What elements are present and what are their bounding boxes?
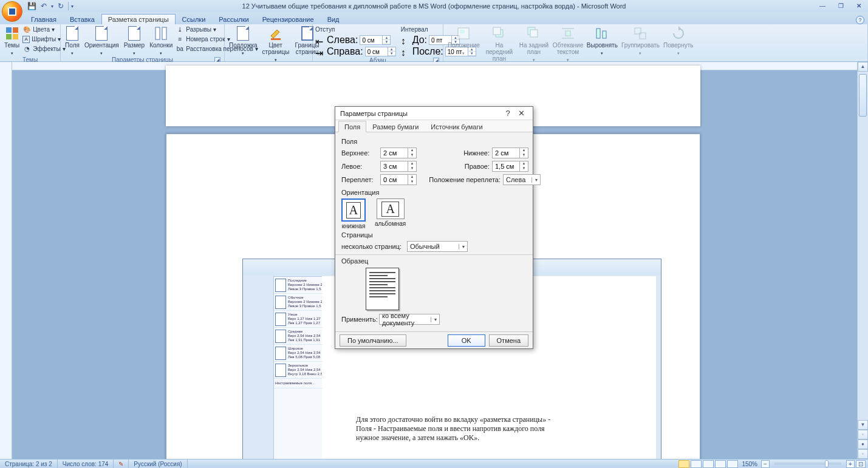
indent-left-input[interactable] xyxy=(360,36,382,44)
tab-references[interactable]: Ссылки xyxy=(176,14,213,24)
theme-colors[interactable]: 🎨Цвета▾ xyxy=(22,25,65,34)
close-button[interactable]: ✕ xyxy=(850,0,868,11)
multipage-label: несколько страниц: xyxy=(341,243,405,250)
minimize-button[interactable]: — xyxy=(813,0,832,11)
orientation-landscape[interactable]: A альбомная xyxy=(375,198,406,229)
page-color-button[interactable]: Цвет страницы▾ xyxy=(261,25,291,63)
dialog-close-button[interactable]: ✕ xyxy=(514,109,528,118)
gutter-pos-select[interactable]: Слева▾ xyxy=(503,174,541,185)
save-icon[interactable]: 💾 xyxy=(27,1,36,11)
orientation-button[interactable]: Ориентация▾ xyxy=(83,25,121,56)
dialog-tab-paper[interactable]: Размер бумаги xyxy=(366,121,425,132)
size-button[interactable]: Размер▾ xyxy=(122,25,146,56)
qat-customize[interactable]: ▾ xyxy=(71,4,73,9)
maximize-button[interactable]: ❐ xyxy=(832,0,850,11)
section-orientation-label: Ориентация xyxy=(341,189,527,196)
breaks-icon: ⤓ xyxy=(176,25,184,34)
tab-mailings[interactable]: Рассылки xyxy=(212,14,255,24)
rotate-icon xyxy=(671,26,686,41)
status-page[interactable]: Страница: 2 из 2 xyxy=(0,460,58,468)
borders-icon xyxy=(301,26,313,41)
top-margin-spinner[interactable]: ▲▼ xyxy=(380,148,417,158)
position-button[interactable]: Положение▾ xyxy=(446,25,482,56)
group-page-setup: Поля▾ Ориентация▾ Размер▾ Колонки▾ ⤓Разр… xyxy=(61,24,225,61)
multipage-select[interactable]: Обычный▾ xyxy=(407,241,468,252)
office-button[interactable] xyxy=(2,1,22,22)
status-proofing[interactable]: ✎ xyxy=(114,460,129,468)
apply-to-select[interactable]: ко всему документу▾ xyxy=(379,314,440,325)
theme-fonts[interactable]: AШрифты▾ xyxy=(22,35,65,44)
scroll-thumb[interactable] xyxy=(859,74,867,117)
svg-rect-0 xyxy=(6,27,12,33)
help-icon[interactable]: ? xyxy=(856,16,864,24)
tab-review[interactable]: Рецензирование xyxy=(256,14,321,24)
align-button[interactable]: Выровнять▾ xyxy=(585,25,620,56)
group-paragraph: Отступ ⇤Слева:▲▼ ⇥Справа:▲▼ Интервал ↕До… xyxy=(313,24,443,61)
scroll-down-button[interactable]: ▼ xyxy=(858,420,868,430)
view-full-screen[interactable] xyxy=(691,460,702,468)
right-margin-input[interactable] xyxy=(493,161,519,171)
view-web[interactable] xyxy=(703,460,714,468)
margins-icon xyxy=(66,26,78,41)
section-sample-label: Образец xyxy=(341,257,527,265)
zoom-fit-button[interactable]: ⊡ xyxy=(856,460,866,468)
dialog-tab-source[interactable]: Источник бумаги xyxy=(425,121,488,132)
zoom-in-button[interactable]: + xyxy=(846,460,855,468)
gutter-input[interactable] xyxy=(381,175,408,185)
zoom-slider[interactable] xyxy=(774,463,841,465)
cancel-button[interactable]: Отмена xyxy=(489,334,528,347)
send-back-button[interactable]: На задний план▾ xyxy=(517,25,551,63)
indent-right[interactable]: ⇥Справа:▲▼ xyxy=(315,46,396,57)
default-button[interactable]: По умолчанию... xyxy=(340,334,406,347)
text-wrap-button[interactable]: Обтекание текстом▾ xyxy=(551,25,585,63)
gutter-spinner[interactable]: ▲▼ xyxy=(380,174,417,185)
indent-title: Отступ xyxy=(315,25,396,34)
svg-rect-4 xyxy=(155,27,160,39)
dialog-help-button[interactable]: ? xyxy=(501,109,514,118)
browse-object-button[interactable]: ● xyxy=(858,439,868,449)
tab-view[interactable]: Вид xyxy=(321,14,346,24)
svg-rect-6 xyxy=(271,38,281,40)
watermark-button[interactable]: Подложка▾ xyxy=(227,25,259,56)
group-arrange: Положение▾ На передний план▾ На задний п… xyxy=(443,24,868,61)
zoom-level[interactable]: 150% xyxy=(742,461,757,467)
zoom-out-button[interactable]: − xyxy=(761,460,770,468)
tab-home[interactable]: Главная xyxy=(24,14,63,24)
columns-button[interactable]: Колонки▾ xyxy=(148,25,174,56)
group-icon xyxy=(633,26,648,41)
bottom-margin-spinner[interactable]: ▲▼ xyxy=(492,148,528,158)
right-margin-spinner[interactable]: ▲▼ xyxy=(492,161,528,172)
undo-icon[interactable]: ↶ xyxy=(39,1,49,11)
redo-icon[interactable]: ↻ xyxy=(56,1,66,11)
indent-left[interactable]: ⇤Слева:▲▼ xyxy=(315,35,396,46)
group-page-background: Подложка▾ Цвет страницы▾ Границы страниц… xyxy=(225,24,313,61)
view-print-layout[interactable] xyxy=(678,460,689,468)
tab-insert[interactable]: Вставка xyxy=(63,14,101,24)
zoom-slider-thumb[interactable] xyxy=(825,460,829,467)
status-word-count[interactable]: Число слов: 174 xyxy=(58,460,114,468)
indent-right-input[interactable] xyxy=(366,47,388,56)
undo-dropdown[interactable]: ▾ xyxy=(51,4,53,9)
tab-page-layout[interactable]: Разметка страницы xyxy=(101,14,176,24)
margins-button[interactable]: Поля▾ xyxy=(63,25,81,56)
themes-button[interactable]: Темы▾ xyxy=(2,25,21,56)
top-margin-input[interactable] xyxy=(381,148,408,158)
next-page-button[interactable]: ◦ xyxy=(858,449,868,459)
scroll-up-button[interactable]: ▲ xyxy=(858,62,868,72)
vertical-scrollbar[interactable]: ▲ ▼ ◦ ● ◦ xyxy=(857,62,868,459)
view-draft[interactable] xyxy=(727,460,738,468)
orientation-portrait[interactable]: A книжная xyxy=(341,198,366,229)
group-button[interactable]: Группировать▾ xyxy=(620,25,661,56)
left-margin-input[interactable] xyxy=(381,161,408,171)
left-margin-spinner[interactable]: ▲▼ xyxy=(380,161,417,172)
theme-effects[interactable]: ◔Эффекты▾ xyxy=(22,44,65,53)
ribbon: Темы▾ 🎨Цвета▾ AШрифты▾ ◔Эффекты▾ Темы По… xyxy=(0,24,868,62)
dialog-tab-margins[interactable]: Поля xyxy=(338,121,366,132)
prev-page-button[interactable]: ◦ xyxy=(858,430,868,439)
svg-rect-10 xyxy=(493,27,501,35)
rotate-button[interactable]: Повернуть▾ xyxy=(661,25,695,56)
bottom-margin-input[interactable] xyxy=(493,148,519,158)
status-language[interactable]: Русский (Россия) xyxy=(129,460,187,468)
ok-button[interactable]: OK xyxy=(448,334,485,347)
view-outline[interactable] xyxy=(715,460,726,468)
